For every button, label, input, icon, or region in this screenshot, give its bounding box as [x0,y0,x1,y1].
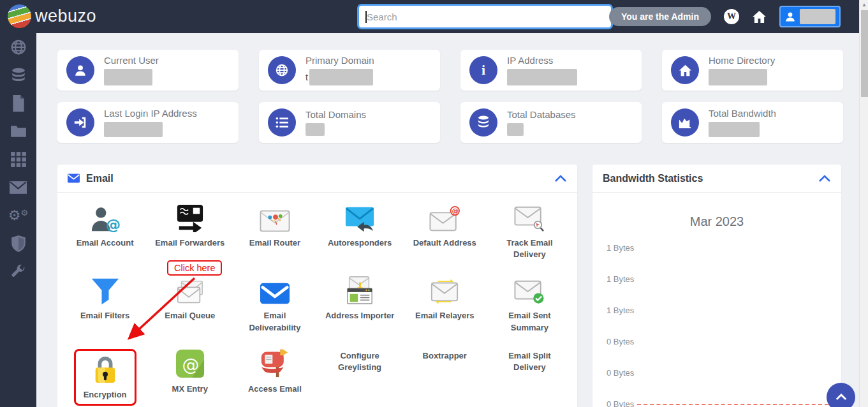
info-card-total-domains: Total Domains [259,102,440,143]
email-item-label: Autoresponders [328,237,392,249]
email-panel-title: Email [86,173,114,184]
wordpress-icon[interactable]: W [724,9,739,24]
globe-icon [268,56,296,84]
info-card-total-bandwidth: Total Bandwidth [662,102,843,143]
email-item-configure-greylisting[interactable]: Configure Greylisting [318,349,402,406]
envelope-icon [68,174,80,183]
gears-icon[interactable]: ⚙⚙ [10,207,27,225]
bandwidth-chart: Mar 2023 1 Bytes 1 Bytes 1 Bytes 0 Bytes… [592,193,841,406]
admin-badge: You are the Admin [609,7,711,26]
shield-icon[interactable] [10,235,27,253]
bandwidth-panel: Bandwidth Statistics Mar 2023 1 Bytes 1 … [592,165,841,407]
envelope-icon[interactable] [10,179,27,196]
wrench-icon[interactable] [10,263,27,281]
text-cursor [365,11,367,23]
email-queue-icon [175,276,205,305]
svg-text:@: @ [452,207,459,214]
left-sidebar: ⚙⚙ [0,33,36,407]
email-panel: Email @ Email Account Email Forwarders [57,165,577,407]
area-chart-icon [671,108,699,137]
card-label: Home Directory [709,55,775,66]
folder-icon[interactable] [10,122,27,140]
redacted-value [709,69,767,85]
card-label: Total Databases [507,109,576,120]
encryption-highlight-box: Encryption [74,349,136,406]
email-item-email-router[interactable]: Email Router [232,203,317,260]
database-icon [469,108,497,137]
email-item-address-importer[interactable]: Address Importer [318,276,402,333]
card-label: Primary Domain [305,55,374,66]
email-item-email-filters[interactable]: Email Filters [63,276,147,333]
email-item-label: Email Account [77,237,134,249]
redacted-username [800,9,835,24]
info-card-ip-address: i IP Address [460,50,642,91]
email-item-boxtrapper[interactable]: Boxtrapper [402,349,487,406]
track-email-delivery-icon [514,203,545,232]
email-item-default-address[interactable]: @ Default Address [402,203,487,260]
card-label: Current User [104,55,159,66]
chevron-up-icon[interactable] [554,175,567,182]
email-item-encryption[interactable]: Encryption [63,349,147,406]
zero-baseline-dashed-line [637,404,828,405]
email-item-label: Track Email Delivery [492,237,567,260]
home-icon [671,56,699,84]
email-item-label: Email Deliverability [237,310,313,333]
database-icon[interactable] [10,66,27,84]
info-card-current-user: Current User [57,50,239,91]
apps-grid-icon[interactable] [10,151,27,168]
document-icon[interactable] [10,94,27,112]
access-email-mailbox-icon [260,349,290,378]
email-item-label: Configure Greylisting [322,350,397,373]
home-icon[interactable] [752,10,767,24]
mx-entry-icon: @ [175,349,205,378]
email-item-access-email[interactable]: Access Email [232,349,317,406]
list-icon [268,108,296,137]
chevron-up-icon[interactable] [818,175,831,182]
email-filters-icon [91,276,120,305]
default-address-icon: @ [429,203,460,232]
scroll-to-top-button[interactable] [827,383,855,407]
email-item-email-forwarders[interactable]: Email Forwarders [147,203,232,260]
info-card-primary-domain: Primary Domain t [259,50,440,91]
redacted-value [507,69,577,85]
autoresponders-icon [344,203,375,232]
email-item-email-account[interactable]: @ Email Account [63,203,147,260]
email-item-email-queue[interactable]: Email Queue [147,276,232,333]
email-router-icon [260,203,290,232]
scrollbar-thumb[interactable] [861,10,868,97]
redacted-value [309,69,373,85]
svg-text:@: @ [182,354,199,374]
email-item-email-sent-summary[interactable]: Email Sent Summary [487,276,572,333]
redacted-value [507,123,524,136]
search-input[interactable] [359,6,611,27]
email-item-email-deliverability[interactable]: Email Deliverability [232,276,317,333]
email-item-label: Email Router [249,237,300,249]
globe-icon[interactable] [10,38,27,56]
email-item-mx-entry[interactable]: @ MX Entry [147,349,232,406]
email-account-icon: @ [90,203,121,232]
email-item-label: Email Split Delivery [492,350,567,373]
y-axis-tick: 0 Bytes [607,368,634,378]
card-label: Last Login IP Address [104,108,197,119]
brand-name: webuzo [35,6,96,26]
email-item-label: Email Filters [80,310,129,322]
email-item-email-relayers[interactable]: Email Relayers [402,276,487,333]
scrollbar-up-arrow[interactable]: ▲ [862,2,867,8]
user-menu[interactable] [779,6,841,27]
email-item-label: Encryption [84,389,127,401]
email-item-autoresponders[interactable]: Autoresponders [318,203,402,260]
card-label: IP Address [507,55,577,66]
card-label: Total Bandwidth [709,108,776,119]
bandwidth-panel-title: Bandwidth Statistics [603,173,703,184]
email-item-label: Email Relayers [415,310,474,322]
email-item-track-email-delivery[interactable]: Track Email Delivery [487,203,572,260]
redacted-value [709,122,760,137]
chart-title: Mar 2023 [592,214,841,229]
y-axis-tick: 0 Bytes [607,337,634,346]
email-item-label: Default Address [413,237,476,249]
webuzo-logo[interactable]: webuzo [8,4,96,28]
user-icon [784,10,796,23]
main-content: Current User Primary Domain t i IP Addre… [36,33,859,407]
email-sent-summary-icon [514,276,545,305]
email-item-email-split-delivery[interactable]: Email Split Delivery [487,349,572,406]
